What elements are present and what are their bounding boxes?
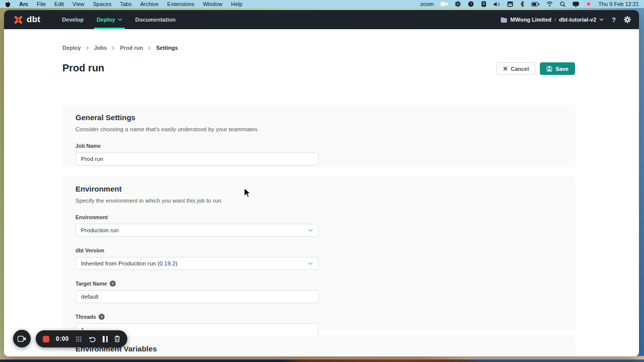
help-button[interactable]: ? — [612, 16, 616, 24]
dbt-version-select[interactable]: Inherited from Production run (0.19.2) — [75, 257, 318, 270]
menubar-item-edit[interactable]: Edit — [54, 1, 64, 7]
breadcrumb-prod-run[interactable]: Prod run — [120, 45, 143, 51]
menubar-status-area: zoom — [420, 1, 639, 7]
breadcrumb-deploy[interactable]: Deploy — [62, 45, 81, 51]
page-title: Prod run — [62, 62, 104, 74]
target-name-field: Target Name ? — [75, 281, 562, 303]
recording-timer: 0:00 — [56, 335, 69, 342]
nav-items: Develop Deploy Documentation — [55, 10, 182, 29]
menubar-item-tabs[interactable]: Tabs — [120, 1, 131, 7]
general-settings-title: General Settings — [75, 113, 562, 122]
dbt-navbar: dbt Develop Deploy Documentation MWong L… — [4, 10, 639, 29]
nav-item-documentation[interactable]: Documentation — [129, 10, 182, 29]
account-project-switcher[interactable]: MWong Limited / dbt-tutorial-v2 — [501, 17, 604, 23]
breadcrumb-chevron-icon — [112, 46, 115, 50]
video-camera-icon — [18, 336, 26, 342]
threads-help-icon[interactable]: ? — [99, 314, 105, 320]
nav-right: MWong Limited / dbt-tutorial-v2 ? — [501, 16, 631, 24]
org-folder-icon — [501, 17, 507, 23]
apple-icon[interactable] — [5, 1, 11, 8]
breadcrumb-settings: Settings — [156, 45, 178, 51]
dbt-version-label: dbt Version — [75, 247, 562, 253]
target-name-help-icon[interactable]: ? — [110, 281, 116, 287]
environment-select[interactable]: Production run — [75, 224, 318, 237]
delete-recording-button[interactable] — [114, 335, 120, 342]
breadcrumb-chevron-icon — [148, 46, 151, 50]
drag-handle-icon[interactable] — [75, 336, 82, 342]
display-icon[interactable] — [573, 2, 579, 7]
nav-item-develop[interactable]: Develop — [55, 10, 90, 29]
job-name-label: Job Name — [75, 143, 562, 149]
menubar-item-help[interactable]: Help — [231, 1, 243, 7]
zoom-camera-icon[interactable] — [441, 2, 448, 7]
environments-settings-link[interactable]: Environments Settings — [351, 355, 406, 356]
environment-label: Environment — [75, 214, 562, 220]
chevron-down-icon — [308, 262, 313, 265]
menubar-left: Arc File Edit View Spaces Tabs Archive E… — [5, 1, 243, 8]
keyboard-icon[interactable] — [481, 1, 487, 7]
search-icon[interactable] — [560, 2, 566, 7]
menubar-item-view[interactable]: View — [72, 1, 85, 7]
menubar-item-spaces[interactable]: Spaces — [93, 1, 112, 7]
menubar-item-window[interactable]: Window — [203, 1, 222, 7]
menubar-clock[interactable]: Thu 9 Feb 12:21 — [598, 1, 639, 7]
job-name-input[interactable] — [75, 152, 318, 165]
save-floppy-icon — [546, 66, 552, 72]
wallpaper-strip-dark — [0, 359, 644, 362]
save-button[interactable]: Save — [540, 62, 575, 75]
chevron-down-icon — [308, 229, 313, 232]
dbt-logo-icon — [13, 15, 24, 25]
environment-description: Specify the environment in which you wan… — [75, 198, 562, 204]
general-settings-card: General Settings Consider choosing a nam… — [62, 105, 575, 167]
dbt-brand-label: dbt — [27, 15, 40, 25]
chevron-down-icon — [599, 18, 604, 21]
pause-recording-button[interactable] — [103, 336, 108, 342]
menubar-item-archive[interactable]: Archive — [140, 1, 159, 7]
threads-label: Threads ? — [75, 314, 562, 320]
job-name-field: Job Name — [75, 143, 562, 165]
dbt-version-field: dbt Version Inherited from Production ru… — [75, 247, 562, 270]
desktop: { "menubar": { "items": ["Arc", "File", … — [0, 0, 644, 362]
menubar-item-extensions[interactable]: Extensions — [167, 1, 194, 7]
zoom-menu-label[interactable]: zoom — [420, 1, 434, 7]
calendar-icon[interactable] — [507, 1, 513, 7]
environment-variables-title: Environment Variables — [75, 344, 562, 353]
wifi-icon[interactable] — [546, 2, 553, 7]
menubar-item-file[interactable]: File — [37, 1, 46, 7]
project-name: dbt-tutorial-v2 — [559, 17, 596, 23]
nav-item-deploy[interactable]: Deploy — [90, 10, 129, 29]
cancel-button[interactable]: Cancel — [497, 62, 535, 75]
account-project-separator: / — [554, 17, 556, 23]
battery-icon[interactable] — [531, 2, 539, 7]
settings-gear-icon[interactable] — [624, 16, 631, 23]
environment-variables-card: Environment Variables Job level override… — [62, 336, 575, 356]
bluetooth-icon[interactable] — [520, 1, 524, 7]
environment-field: Environment Production run — [75, 214, 562, 237]
camera-toggle-button[interactable] — [13, 330, 31, 347]
environment-title: Environment — [75, 185, 562, 193]
breadcrumb-chevron-icon — [86, 46, 89, 50]
target-name-label: Target Name ? — [75, 281, 562, 287]
gear-icon[interactable] — [455, 1, 461, 7]
wallpaper-strip-tan — [0, 356, 644, 359]
volume-icon[interactable] — [494, 2, 500, 7]
menubar-item-arc[interactable]: Arc — [19, 1, 28, 7]
page-actions: Cancel Save — [497, 62, 575, 75]
general-settings-description: Consider choosing a name that's easily u… — [75, 126, 562, 132]
dbt-brand[interactable]: dbt — [13, 15, 40, 25]
browser-window: dbt Develop Deploy Documentation MWong L… — [4, 10, 639, 356]
threads-field: Threads ? — [75, 314, 562, 336]
chevron-down-icon — [118, 18, 122, 21]
screen-record-icon[interactable] — [586, 2, 591, 7]
breadcrumb-jobs[interactable]: Jobs — [94, 45, 107, 51]
environment-variables-description: Job level overrides can be set here. If … — [75, 355, 562, 356]
clock-icon[interactable] — [468, 1, 474, 7]
stop-recording-button[interactable] — [43, 336, 49, 342]
macos-menubar: Arc File Edit View Spaces Tabs Archive E… — [0, 0, 644, 8]
page-content: Deploy Jobs Prod run Settings Prod run C… — [4, 29, 639, 356]
recording-toolbar: 0:00 — [36, 330, 127, 347]
restart-recording-icon[interactable] — [89, 336, 96, 342]
breadcrumb: Deploy Jobs Prod run Settings — [62, 45, 178, 51]
environment-card: Environment Specify the environment in w… — [62, 176, 575, 330]
target-name-input[interactable] — [75, 290, 318, 303]
